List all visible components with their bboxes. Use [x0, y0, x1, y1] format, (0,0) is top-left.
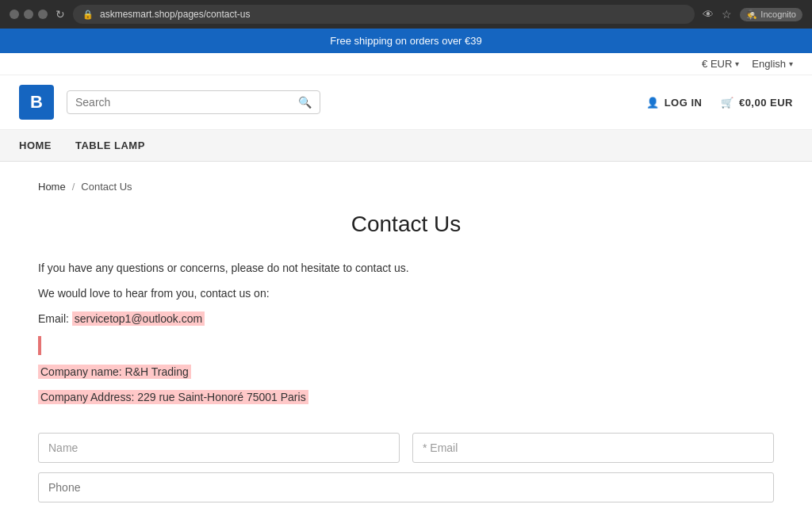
browser-dot-3 [38, 10, 48, 19]
breadcrumb-home[interactable]: Home [38, 181, 66, 193]
company-address-line: Company Address: 229 rue Saint-Honoré 75… [38, 388, 774, 407]
phone-input[interactable] [38, 472, 774, 502]
currency-selector[interactable]: € EUR ▾ [702, 58, 739, 70]
name-input[interactable] [38, 433, 400, 463]
name-field[interactable] [38, 433, 400, 463]
contact-form: Send [38, 433, 774, 512]
logo-letter: B [30, 92, 43, 113]
search-bar[interactable]: 🔍 [67, 90, 320, 114]
header: B 🔍 👤 LOG IN 🛒 €0,00 EUR [0, 75, 812, 130]
cart-label: €0,00 EUR [739, 97, 793, 109]
browser-actions: 👁 ☆ [703, 8, 732, 21]
url-text: askmesmart.shop/pages/contact-us [100, 9, 250, 20]
language-chevron: ▾ [789, 59, 793, 68]
contact-email-line: Email: servicetop1@outlook.com [38, 310, 774, 329]
company-address: Company Address: 229 rue Saint-Honoré 75… [38, 390, 308, 404]
login-button[interactable]: 👤 LOG IN [646, 97, 702, 109]
header-actions: 👤 LOG IN 🛒 €0,00 EUR [646, 97, 793, 109]
url-bar[interactable]: 🔒 askmesmart.shop/pages/contact-us [73, 5, 695, 24]
shipping-banner: Free shipping on orders over €39 [0, 29, 812, 53]
incognito-icon: 🕵 [746, 10, 757, 20]
cart-icon: 🛒 [721, 97, 734, 109]
nav-item-table-lamp[interactable]: TABLE LAMP [75, 130, 145, 161]
login-label: LOG IN [665, 97, 703, 109]
pink-bar-divider [38, 336, 41, 355]
eye-icon: 👁 [703, 8, 714, 21]
nav-item-home[interactable]: HOME [19, 130, 52, 161]
incognito-label: Incognito [760, 10, 796, 19]
page-title: Contact Us [38, 212, 774, 237]
utility-bar: € EUR ▾ English ▾ [0, 53, 812, 75]
currency-label: € EUR [702, 58, 732, 70]
cart-button[interactable]: 🛒 €0,00 EUR [721, 97, 793, 109]
browser-dots [10, 10, 48, 19]
language-selector[interactable]: English ▾ [752, 58, 793, 70]
search-icon[interactable]: 🔍 [298, 96, 312, 109]
company-name: Company name: R&H Trading [38, 365, 191, 379]
email-input[interactable] [412, 433, 774, 463]
contact-line2: We would love to hear from you, contact … [38, 285, 774, 304]
form-row-name-email [38, 433, 774, 463]
contact-line1: If you have any questions or concerns, p… [38, 259, 774, 278]
refresh-icon[interactable]: ↻ [56, 8, 65, 21]
browser-dot-1 [10, 10, 19, 19]
user-icon: 👤 [646, 97, 660, 109]
main-content: Home / Contact Us Contact Us If you have… [25, 162, 787, 512]
browser-chrome: ↻ 🔒 askmesmart.shop/pages/contact-us 👁 ☆… [0, 0, 812, 29]
browser-dot-2 [24, 10, 33, 19]
email-prefix: Email: [38, 312, 72, 325]
lock-icon: 🔒 [82, 10, 94, 20]
phone-field-container [38, 472, 774, 502]
shipping-text: Free shipping on orders over €39 [330, 35, 482, 47]
incognito-badge: 🕵 Incognito [740, 8, 802, 21]
company-name-line: Company name: R&H Trading [38, 363, 774, 382]
search-input[interactable] [75, 96, 292, 109]
breadcrumb-current: Contact Us [81, 181, 132, 193]
email-field[interactable] [412, 433, 774, 463]
language-label: English [752, 58, 786, 70]
breadcrumb: Home / Contact Us [38, 181, 774, 193]
email-address[interactable]: servicetop1@outlook.com [72, 311, 205, 326]
currency-chevron: ▾ [735, 59, 739, 68]
breadcrumb-separator: / [72, 181, 75, 193]
star-icon[interactable]: ☆ [722, 8, 732, 21]
logo[interactable]: B [19, 85, 54, 120]
navigation: HOME TABLE LAMP [0, 130, 812, 162]
